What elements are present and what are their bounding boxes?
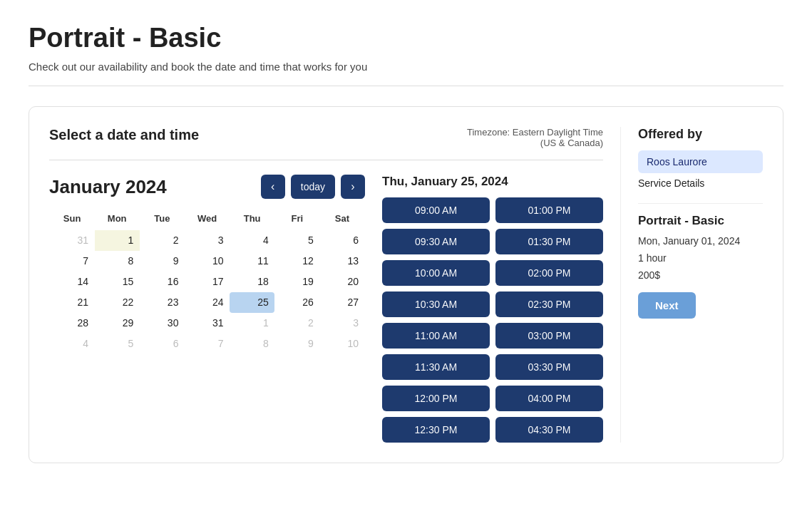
time-slot-button[interactable]: 01:30 PM (495, 229, 603, 254)
calendar-day-cell[interactable]: 7 (185, 334, 230, 354)
calendar-day-cell[interactable]: 6 (319, 230, 364, 251)
calendar-day-cell[interactable]: 12 (274, 251, 319, 272)
calendar-day-cell[interactable]: 24 (185, 292, 230, 313)
calendar-day-cell[interactable]: 9 (274, 334, 319, 354)
main-card: Select a date and time Timezone: Eastern… (29, 106, 783, 463)
calendar-day-cell[interactable]: 6 (140, 334, 185, 354)
prev-month-button[interactable]: ‹ (261, 175, 285, 199)
time-slot-button[interactable]: 03:30 PM (495, 354, 603, 380)
calendar-day-cell[interactable]: 27 (319, 292, 364, 313)
header-divider (29, 86, 783, 86)
page-title: Portrait - Basic (29, 23, 783, 53)
section-header: Select a date and time Timezone: Eastern… (49, 127, 603, 148)
calendar-day-header: Thu (230, 210, 274, 230)
time-slot-button[interactable]: 02:30 PM (495, 291, 603, 317)
calendar-day-cell[interactable]: 7 (50, 251, 95, 272)
service-duration: 1 hour (638, 252, 763, 264)
calendar-day-cell[interactable]: 8 (230, 334, 274, 354)
calendar-day-cell[interactable]: 14 (50, 272, 95, 292)
time-slot-button[interactable]: 11:00 AM (382, 323, 490, 349)
calendar-day-cell[interactable]: 13 (319, 251, 364, 272)
calendar-day-cell[interactable]: 1 (95, 230, 140, 251)
time-slot-button[interactable]: 12:30 PM (382, 417, 490, 443)
calendar-day-cell[interactable]: 2 (274, 313, 319, 334)
time-slot-button[interactable]: 12:00 PM (382, 386, 490, 411)
calendar-time-row: January 2024 ‹ today › SunMonTueWedThuFr… (49, 175, 603, 443)
calendar-day-header: Sun (50, 210, 95, 230)
time-slot-button[interactable]: 11:30 AM (382, 354, 490, 380)
calendar-day-cell[interactable]: 17 (185, 272, 230, 292)
calendar-nav: January 2024 ‹ today › (49, 175, 365, 199)
provider-item[interactable]: Roos Laurore (638, 150, 763, 173)
today-button[interactable]: today (291, 175, 335, 199)
calendar-day-cell[interactable]: 22 (95, 292, 140, 313)
calendar-day-header: Fri (274, 210, 319, 230)
calendar-day-cell[interactable]: 5 (95, 334, 140, 354)
time-selected-date: Thu, January 25, 2024 (382, 175, 603, 189)
calendar-day-cell[interactable]: 30 (140, 313, 185, 334)
calendar-month-year: January 2024 (49, 176, 255, 198)
calendar-day-cell[interactable]: 23 (140, 292, 185, 313)
calendar-day-cell[interactable]: 18 (230, 272, 274, 292)
calendar-day-header: Tue (140, 210, 185, 230)
time-section: Thu, January 25, 2024 09:00 AM01:00 PM09… (382, 175, 603, 443)
calendar-day-cell[interactable]: 25 (230, 292, 274, 313)
time-slot-button[interactable]: 09:00 AM (382, 197, 490, 223)
time-slot-button[interactable]: 01:00 PM (495, 197, 603, 223)
service-name: Portrait - Basic (638, 214, 763, 228)
calendar-day-cell[interactable]: 10 (185, 251, 230, 272)
calendar-day-cell[interactable]: 8 (95, 251, 140, 272)
time-slot-button[interactable]: 04:00 PM (495, 386, 603, 411)
calendar-day-cell[interactable]: 31 (50, 230, 95, 251)
calendar-day-cell[interactable]: 10 (319, 334, 364, 354)
time-slot-button[interactable]: 10:30 AM (382, 291, 490, 317)
calendar-day-cell[interactable]: 15 (95, 272, 140, 292)
timezone-label: Timezone: Eastern Daylight Time (US & Ca… (461, 127, 603, 148)
service-price: 200$ (638, 269, 763, 281)
calendar-day-cell[interactable]: 5 (274, 230, 319, 251)
offered-by-title: Offered by (638, 127, 763, 142)
calendar-day-cell[interactable]: 3 (319, 313, 364, 334)
right-section: Offered by Roos Laurore Service Details … (620, 127, 763, 443)
select-datetime-label: Select a date and time (49, 127, 199, 143)
calendar-day-cell[interactable]: 9 (140, 251, 185, 272)
calendar-day-cell[interactable]: 4 (230, 230, 274, 251)
time-slot-button[interactable]: 02:00 PM (495, 260, 603, 286)
calendar-day-cell[interactable]: 31 (185, 313, 230, 334)
time-slot-button[interactable]: 04:30 PM (495, 417, 603, 443)
calendar-day-cell[interactable]: 2 (140, 230, 185, 251)
calendar-grid: SunMonTueWedThuFriSat 311234567891011121… (49, 210, 365, 354)
time-grid: 09:00 AM01:00 PM09:30 AM01:30 PM10:00 AM… (382, 197, 603, 443)
next-button[interactable]: Next (638, 292, 696, 319)
time-slot-button[interactable]: 09:30 AM (382, 229, 490, 254)
service-date: Mon, January 01, 2024 (638, 235, 763, 247)
calendar-day-cell[interactable]: 26 (274, 292, 319, 313)
right-divider (638, 203, 763, 204)
calendar-day-header: Mon (95, 210, 140, 230)
service-details-link[interactable]: Service Details (638, 177, 763, 189)
calendar-day-cell[interactable]: 29 (95, 313, 140, 334)
calendar-day-cell[interactable]: 16 (140, 272, 185, 292)
calendar-day-cell[interactable]: 3 (185, 230, 230, 251)
calendar-day-cell[interactable]: 20 (319, 272, 364, 292)
calendar-section: January 2024 ‹ today › SunMonTueWedThuFr… (49, 175, 365, 443)
calendar-day-cell[interactable]: 28 (50, 313, 95, 334)
calendar-day-cell[interactable]: 1 (230, 313, 274, 334)
calendar-day-header: Sat (319, 210, 364, 230)
section-divider (49, 160, 603, 160)
calendar-day-cell[interactable]: 19 (274, 272, 319, 292)
time-slot-button[interactable]: 10:00 AM (382, 260, 490, 286)
calendar-day-cell[interactable]: 4 (50, 334, 95, 354)
calendar-day-cell[interactable]: 11 (230, 251, 274, 272)
time-slot-button[interactable]: 03:00 PM (495, 323, 603, 349)
page-subtitle: Check out our availability and book the … (29, 61, 783, 73)
calendar-day-cell[interactable]: 21 (50, 292, 95, 313)
next-month-button[interactable]: › (341, 175, 365, 199)
calendar-day-header: Wed (185, 210, 230, 230)
left-section: Select a date and time Timezone: Eastern… (49, 127, 603, 443)
